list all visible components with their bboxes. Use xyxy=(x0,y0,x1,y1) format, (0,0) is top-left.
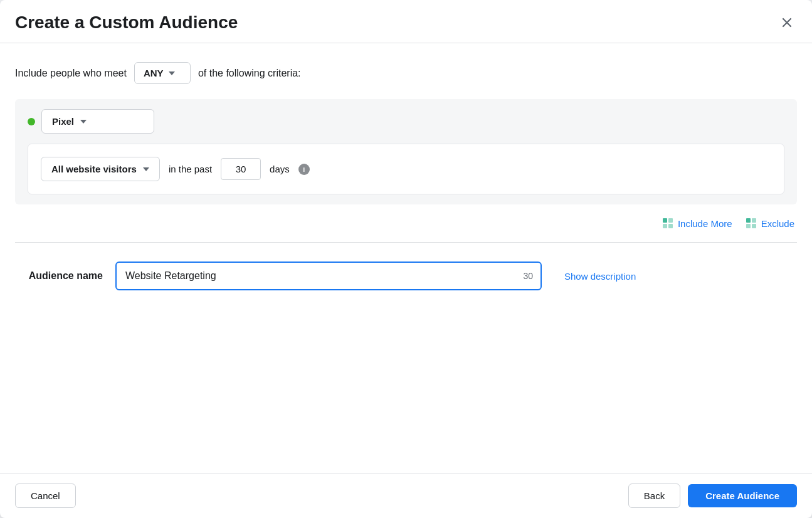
svg-rect-4 xyxy=(746,218,751,223)
svg-rect-3 xyxy=(668,224,673,228)
svg-rect-6 xyxy=(746,224,751,228)
visitors-chevron-icon xyxy=(143,167,149,171)
pixel-status-dot xyxy=(28,118,35,125)
modal-footer: Cancel Back Create Audience xyxy=(0,473,812,518)
days-input[interactable] xyxy=(221,158,261,180)
criteria-text-after: of the following criteria: xyxy=(198,68,301,79)
audience-name-section: Audience name 30 Show description xyxy=(15,255,797,303)
chevron-down-icon xyxy=(169,71,175,75)
include-more-link[interactable]: Include More xyxy=(662,217,732,230)
any-dropdown[interactable]: ANY xyxy=(134,62,191,84)
exclude-label: Exclude xyxy=(761,218,794,229)
pixel-label: Pixel xyxy=(52,116,74,127)
include-more-label: Include More xyxy=(678,218,732,229)
pixel-section: Pixel All website visitors in the past d… xyxy=(15,99,797,204)
audience-name-label: Audience name xyxy=(15,270,103,282)
footer-right: Back Create Audience xyxy=(628,484,797,508)
close-icon xyxy=(779,15,794,30)
include-more-icon xyxy=(662,217,674,230)
any-label: ANY xyxy=(144,68,164,78)
visitors-section: All website visitors in the past days i xyxy=(28,144,784,194)
audience-name-input[interactable] xyxy=(115,262,542,290)
actions-row: Include More Exclude xyxy=(15,217,797,230)
svg-rect-2 xyxy=(663,224,667,228)
exclude-icon xyxy=(745,217,757,230)
modal-header: Create a Custom Audience xyxy=(0,0,812,43)
exclude-link[interactable]: Exclude xyxy=(745,217,794,230)
svg-rect-0 xyxy=(663,218,667,223)
back-button[interactable]: Back xyxy=(628,484,680,508)
audience-name-input-wrap: 30 xyxy=(115,262,542,290)
create-custom-audience-modal: Create a Custom Audience Include people … xyxy=(0,0,812,518)
close-button[interactable] xyxy=(777,13,797,33)
cancel-button[interactable]: Cancel xyxy=(15,484,76,508)
modal-body: Include people who meet ANY of the follo… xyxy=(0,43,812,473)
visitors-dropdown-label: All website visitors xyxy=(51,164,137,174)
create-audience-button[interactable]: Create Audience xyxy=(688,484,797,507)
criteria-text-before: Include people who meet xyxy=(15,68,127,79)
days-label: days xyxy=(270,164,290,174)
svg-rect-1 xyxy=(668,218,673,223)
char-count: 30 xyxy=(523,271,533,281)
info-icon: i xyxy=(298,164,310,175)
visitors-dropdown[interactable]: All website visitors xyxy=(41,157,160,181)
visitors-row: All website visitors in the past days i xyxy=(41,157,771,181)
pixel-chevron-icon xyxy=(80,120,87,124)
svg-rect-5 xyxy=(752,218,756,223)
modal-title: Create a Custom Audience xyxy=(15,13,238,33)
show-description-link[interactable]: Show description xyxy=(564,271,636,282)
svg-rect-7 xyxy=(752,224,756,228)
criteria-row: Include people who meet ANY of the follo… xyxy=(15,62,797,84)
pixel-header: Pixel xyxy=(28,109,784,134)
pixel-dropdown[interactable]: Pixel xyxy=(41,109,154,134)
in-past-text: in the past xyxy=(169,164,212,174)
divider xyxy=(15,242,797,243)
